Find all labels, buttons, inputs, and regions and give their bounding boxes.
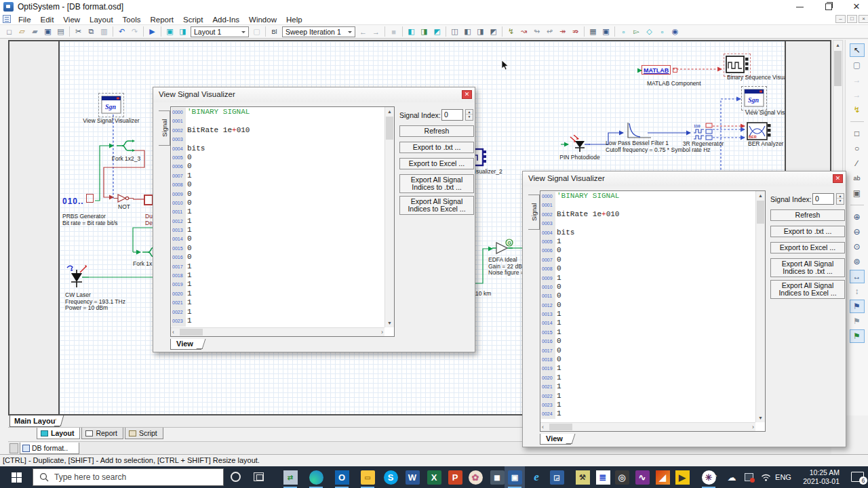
component-view-signal-visualizer-1[interactable]: Sgn View Signal Visualizer: [100, 95, 122, 117]
split-horizontal-icon[interactable]: ◨: [474, 26, 487, 37]
taskbar-optisystem-icon[interactable]: ▣: [505, 466, 525, 488]
taskbar-toolbox-icon[interactable]: ⚒: [572, 466, 593, 488]
wire-check-icon[interactable]: ↠: [556, 26, 569, 37]
split-grid-icon[interactable]: ◩: [487, 26, 500, 37]
draw-text-tool-icon[interactable]: ab: [850, 171, 865, 185]
draw-rect-tool-icon[interactable]: □: [850, 127, 865, 140]
tab-layout[interactable]: Layout: [37, 428, 80, 439]
sweep-stop-icon[interactable]: ■: [387, 26, 400, 37]
menu-script[interactable]: Script: [178, 16, 208, 24]
text-vertical-scrollbar[interactable]: ▲▼: [755, 191, 765, 422]
view-design-icon[interactable]: ◩: [431, 26, 443, 37]
menu-help[interactable]: Help: [281, 16, 307, 24]
refresh-button[interactable]: Refresh: [399, 125, 474, 137]
pointer-tool-icon[interactable]: ↖: [850, 43, 865, 57]
report-table-icon[interactable]: ▦: [587, 26, 599, 37]
taskbar-internet-explorer-icon[interactable]: e: [526, 466, 547, 488]
taskbar-outlook-icon[interactable]: O: [332, 466, 352, 488]
component-cw-laser[interactable]: CW Laser Frequency = 193.1 THz Power = 1…: [65, 264, 91, 293]
component-ber-analyzer[interactable]: BER BER Analyzer: [747, 122, 772, 142]
restore-button[interactable]: [816, 0, 840, 14]
doc-tab-nub[interactable]: [9, 443, 18, 453]
comp-box-icon[interactable]: ▫: [656, 26, 669, 37]
task-view-icon[interactable]: [254, 472, 264, 481]
taskbar-remote-desktop-icon[interactable]: ⇄: [280, 466, 300, 488]
menu-tools[interactable]: Tools: [118, 16, 146, 24]
view-layout-icon[interactable]: ◧: [405, 26, 418, 37]
view-bottom-tab[interactable]: View: [170, 339, 201, 350]
taskbar-clock[interactable]: 10:25 AM 2021-03-01: [793, 468, 840, 486]
taskbar-matlab-icon[interactable]: ◢: [652, 466, 673, 488]
dialog-view-signal-visualizer-1[interactable]: View Signal Visualizer ✕ Signal 0000'BIN…: [153, 87, 475, 352]
split-vertical-icon[interactable]: ◧: [461, 26, 474, 37]
select-area-tool-icon[interactable]: ▢: [850, 58, 865, 72]
component-not-gate[interactable]: NOT: [114, 193, 134, 205]
save-icon[interactable]: ▣: [41, 26, 54, 37]
wire-tool-icon[interactable]: ↯: [850, 103, 865, 117]
export-all-excel-button[interactable]: Export All Signal Indices to Excel ...: [399, 196, 474, 215]
open-icon[interactable]: ▱: [16, 26, 28, 37]
tab-main-layout[interactable]: Main Layout: [9, 415, 60, 427]
export-all-txt-button[interactable]: Export All Signal Indices to .txt ...: [399, 174, 474, 193]
signal-text-area[interactable]: 0000'BINARY SIGNAL00010002BitRate 1e+010…: [170, 106, 395, 337]
sweep-next-icon[interactable]: →: [370, 26, 382, 37]
tray-chevron-icon[interactable]: ⌃: [709, 466, 722, 488]
minimize-button[interactable]: [788, 0, 811, 14]
notification-center-icon[interactable]: 6: [851, 472, 864, 482]
component-matlab[interactable]: MATLAB MATLAB Component: [642, 65, 677, 75]
taskbar-signal-tool-icon[interactable]: ∿: [632, 466, 652, 488]
component-fork-1[interactable]: Fork 1x2_3: [115, 137, 137, 157]
split-single-icon[interactable]: ◫: [448, 26, 461, 37]
component-duobinary[interactable]: Du De: [144, 195, 153, 205]
wifi-icon[interactable]: [758, 466, 773, 488]
sweep-mode-icon[interactable]: Bl: [268, 26, 281, 37]
wire-manual-icon[interactable]: ↝: [517, 26, 530, 37]
close-button[interactable]: ✕: [845, 0, 868, 14]
menu-edit[interactable]: Edit: [36, 16, 59, 24]
menu-window[interactable]: Window: [244, 16, 281, 24]
export-all-txt-button[interactable]: Export All Signal Indices to .txt ...: [770, 258, 845, 277]
comp-help-icon[interactable]: ◉: [669, 26, 682, 37]
component-pin-photodiode[interactable]: PIN Photodiode: [569, 135, 591, 155]
signal-side-tab[interactable]: Signal: [159, 110, 170, 146]
wire-edit-icon[interactable]: ↬: [530, 26, 543, 37]
start-button[interactable]: [0, 466, 33, 488]
tab-report[interactable]: Report: [81, 428, 123, 439]
tab-script[interactable]: Script: [125, 428, 163, 439]
taskbar-wave-viewer-icon[interactable]: ≣: [593, 466, 613, 488]
wire-color-icon[interactable]: ⇏: [569, 26, 582, 37]
alert-badge-icon[interactable]: [741, 466, 756, 488]
menu-file[interactable]: File: [14, 16, 36, 24]
comp-swap-icon[interactable]: ◇: [643, 26, 656, 37]
export-excel-button[interactable]: Export to Excel ...: [399, 158, 474, 169]
view-project-icon[interactable]: ◨: [418, 26, 431, 37]
draw-line-tool-icon[interactable]: ∕: [850, 157, 865, 170]
layer-flag-3-icon[interactable]: ⚑: [850, 329, 865, 343]
signal-side-tab[interactable]: Signal: [528, 195, 540, 230]
child-restore-button[interactable]: □: [847, 15, 857, 23]
component-binary-sequence-visualizer[interactable]: Binary Sequence Visualizer: [726, 56, 749, 76]
export-all-excel-button[interactable]: Export All Signal Indices to Excel ...: [770, 280, 845, 299]
report-save-icon[interactable]: ▣: [599, 26, 612, 37]
draw-image-tool-icon[interactable]: ▣: [850, 186, 865, 200]
taskbar-skype-icon[interactable]: S: [380, 466, 401, 488]
scrollbar-thumb[interactable]: [834, 51, 842, 86]
export-excel-button[interactable]: Export to Excel ...: [770, 242, 845, 253]
text-horizontal-scrollbar[interactable]: ‹›: [540, 422, 755, 431]
zoom-out-tool-icon[interactable]: ⊖: [850, 225, 865, 239]
new-icon[interactable]: □: [3, 26, 16, 37]
child-minimize-button[interactable]: –: [835, 15, 846, 23]
component-view-signal-visualizer-2[interactable]: Sgn View Signal Visualizer: [743, 88, 765, 110]
text-vertical-scrollbar[interactable]: ▲▼: [384, 107, 394, 327]
redo-icon[interactable]: ↷: [128, 26, 141, 37]
cut-icon[interactable]: ✂: [72, 26, 85, 37]
taskbar-file-explorer-icon[interactable]: ▭: [357, 466, 378, 488]
path-tool-disabled-icon[interactable]: →: [850, 88, 865, 102]
taskbar-labview-icon[interactable]: ▶: [672, 466, 692, 488]
export-txt-button[interactable]: Export to .txt ...: [770, 226, 845, 237]
view-bottom-tab[interactable]: View: [540, 434, 571, 445]
dialog-close-button[interactable]: ✕: [462, 90, 472, 99]
taskbar-paint-icon[interactable]: ✿: [465, 466, 486, 488]
layout-select[interactable]: Layout 1: [191, 26, 249, 37]
child-close-button[interactable]: ×: [859, 15, 868, 23]
